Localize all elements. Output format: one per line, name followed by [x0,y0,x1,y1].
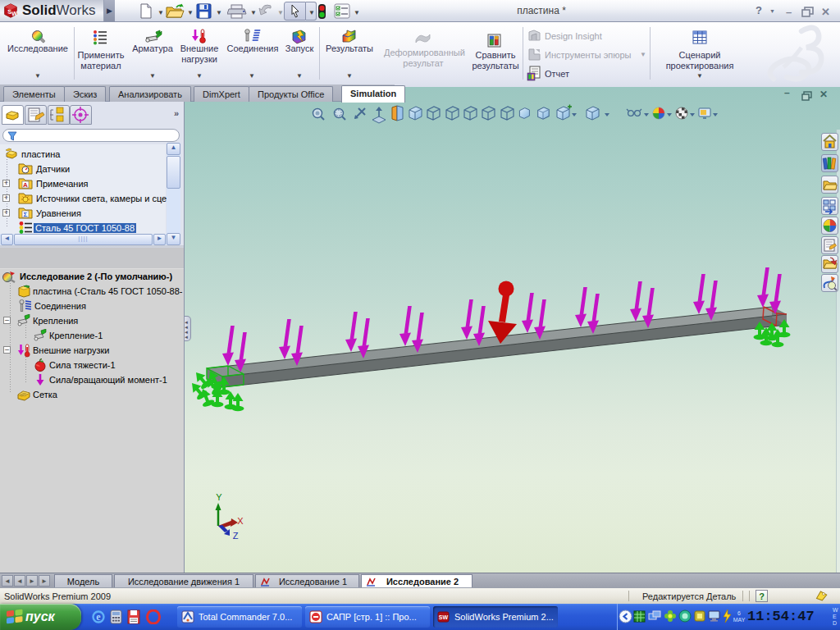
svg-text:e: e [96,611,101,623]
svg-text:SW: SW [439,614,449,620]
svg-text:Y: Y [216,492,222,502]
svg-text:A: A [23,181,28,189]
svg-text:W: W [11,10,17,18]
svg-text:Σ: Σ [24,211,28,218]
svg-text:Z: Z [233,531,239,541]
svg-text:X: X [237,516,244,526]
